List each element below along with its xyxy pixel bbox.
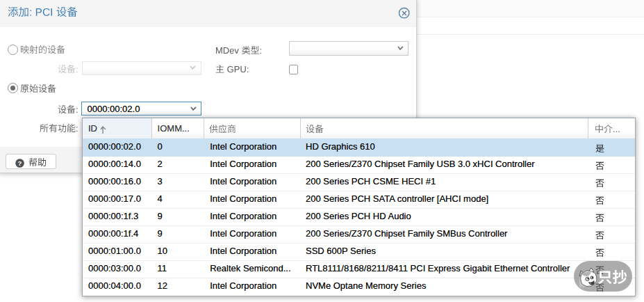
svg-text:?: ? [18, 159, 22, 167]
